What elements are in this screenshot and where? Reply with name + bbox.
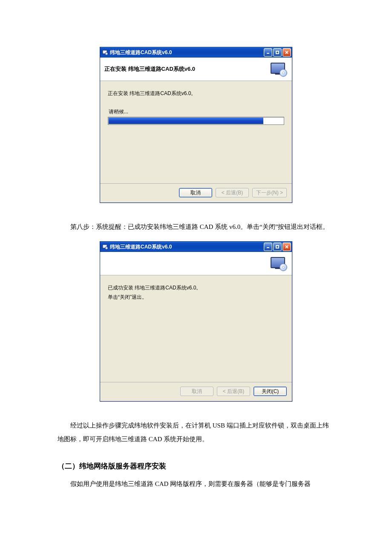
header-title: 正在安装 纬地三维道路CAD系统v6.0 [104, 65, 269, 73]
dialog-body: 已成功安装 纬地三维道路CAD系统v6.0。 单击“关闭”退出。 [100, 275, 292, 382]
maximize-button[interactable] [273, 243, 282, 251]
finish-line-1: 已成功安装 纬地三维道路CAD系统v6.0。 [108, 283, 284, 292]
screenshot-finished: 纬地三维道路CAD系统v6.0 [58, 241, 334, 402]
back-button: < 后退(B) [216, 188, 249, 197]
window-controls [264, 243, 291, 251]
minimize-button[interactable] [264, 48, 272, 57]
svg-rect-5 [276, 246, 279, 248]
next-button: 下一步(N) > [252, 188, 287, 197]
finish-line-2: 单击“关闭”退出。 [108, 292, 284, 302]
installer-icon [269, 255, 288, 272]
close-button[interactable] [282, 243, 291, 251]
button-row: 取消 < 后退(B) 下一步(N) > [100, 183, 292, 202]
maximize-button[interactable] [273, 48, 282, 57]
button-row: 取消 < 后退(B) 关闭(C) [100, 382, 292, 401]
window-controls [264, 48, 291, 57]
finish-text: 已成功安装 纬地三维道路CAD系统v6.0。 单击“关闭”退出。 [108, 283, 284, 302]
step8-paragraph: 第八步：系统提醒：已成功安装纬地三维道路 CAD 系统 v6.0。单击“关闭”按… [58, 220, 334, 234]
progress-bar [108, 117, 284, 125]
cancel-button: 取消 [180, 387, 213, 396]
titlebar[interactable]: 纬地三维道路CAD系统v6.0 [100, 47, 292, 58]
minimize-button[interactable] [264, 243, 272, 251]
status-text: 正在安装 纬地三维道路CAD系统v6.0。 [108, 89, 284, 98]
document-page: 纬地三维道路CAD系统v6.0 正在安装 纬地三维道路CAD系统v6.0 [0, 0, 392, 519]
progress-fill [109, 118, 263, 124]
wait-label: 请稍候... [109, 108, 284, 116]
window-title: 纬地三维道路CAD系统v6.0 [110, 49, 264, 56]
close-dialog-button[interactable]: 关闭(C) [254, 387, 287, 396]
cancel-button[interactable]: 取消 [179, 188, 212, 197]
installer-app-icon [102, 49, 108, 55]
close-button[interactable] [282, 48, 291, 57]
svg-point-4 [105, 247, 108, 249]
dialog-body: 正在安装 纬地三维道路CAD系统v6.0。 请稍候... [100, 81, 292, 183]
installer-dialog-2: 纬地三维道路CAD系统v6.0 [100, 241, 292, 402]
back-button: < 后退(B) [217, 387, 250, 396]
svg-rect-2 [276, 51, 279, 54]
screenshot-installing: 纬地三维道路CAD系统v6.0 正在安装 纬地三维道路CAD系统v6.0 [58, 47, 334, 203]
header-band [100, 252, 292, 275]
installer-app-icon [102, 244, 108, 250]
titlebar[interactable]: 纬地三维道路CAD系统v6.0 [100, 242, 292, 252]
installer-dialog-1: 纬地三维道路CAD系统v6.0 正在安装 纬地三维道路CAD系统v6.0 [100, 47, 292, 203]
svg-point-1 [105, 52, 108, 55]
section-2-paragraph: 假如用户使用是纬地三维道路 CAD 网络版程序，则需要在服务器（能够是专门服务器 [58, 477, 334, 491]
header-band: 正在安装 纬地三维道路CAD系统v6.0 [100, 58, 292, 81]
installer-icon [269, 61, 288, 77]
section-2-heading: （二）纬地网络版服务器程序安装 [58, 461, 334, 471]
post-install-paragraph: 经过以上操作步骤完成纬地软件安装后，在计算机 USB 端口插上对应软件锁，双击桌… [58, 419, 334, 446]
window-title: 纬地三维道路CAD系统v6.0 [110, 243, 264, 251]
